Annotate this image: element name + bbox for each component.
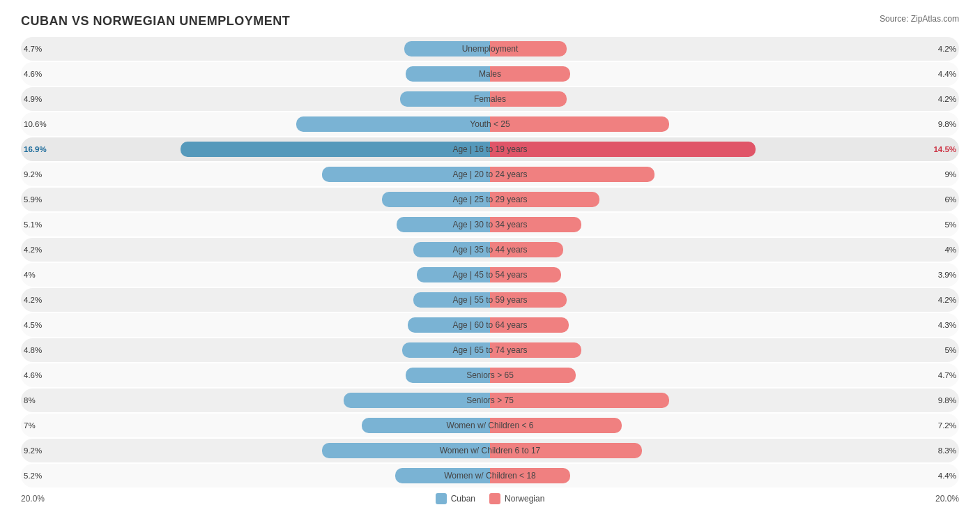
bar-pink (490, 66, 570, 82)
bar-row: 5.9% Age | 25 to 29 years 6% (21, 188, 959, 211)
bar-blue (382, 192, 490, 207)
bar-pink (490, 418, 622, 433)
bar-pink (490, 317, 569, 333)
right-section: 8.3% (490, 441, 959, 460)
left-section: 5.1% (21, 215, 490, 234)
bar-blue (406, 368, 490, 383)
value-right: 4.7% (938, 371, 956, 379)
right-section: 4.2% (490, 290, 959, 310)
bar-pink (490, 217, 581, 232)
chart-body: 4.7% Unemployment 4.2% 4.6% Males 4.4% 4… (21, 37, 959, 488)
bar-row: 4.6% Males 4.4% (21, 62, 959, 86)
value-right: 4.4% (938, 70, 956, 78)
bar-pink (490, 167, 654, 182)
bar-pink (490, 41, 567, 56)
value-right: 14.5% (933, 145, 956, 153)
bar-row: 9.2% Age | 20 to 24 years 9% (21, 163, 959, 186)
bar-blue (362, 418, 490, 433)
bar-blue (322, 167, 490, 182)
right-section: 5% (490, 340, 959, 360)
chart-container: CUBAN VS NORWEGIAN UNEMPLOYMENT Source: … (21, 14, 959, 504)
bar-row: 4.8% Age | 65 to 74 years 5% (21, 338, 959, 362)
right-section: 9.8% (490, 391, 959, 410)
bar-blue (402, 342, 490, 358)
legend-label-cuban: Cuban (451, 494, 475, 504)
left-section: 9.2% (21, 165, 490, 184)
value-right: 4.3% (938, 321, 956, 329)
value-left: 4.2% (24, 246, 42, 254)
bar-blue (181, 142, 490, 157)
left-section: 4.6% (21, 365, 490, 385)
bar-row: 8% Seniors > 75 9.8% (21, 389, 959, 412)
value-left: 4.7% (24, 45, 42, 53)
chart-source: Source: ZipAtlas.com (880, 14, 959, 24)
value-left: 10.6% (24, 120, 47, 128)
value-left: 4.5% (24, 321, 42, 329)
value-left: 5.1% (24, 220, 42, 229)
bar-row: 4.5% Age | 60 to 64 years 4.3% (21, 313, 959, 337)
value-right: 9% (944, 170, 956, 179)
bar-row: 16.9% Age | 16 to 19 years 14.5% (21, 137, 959, 161)
value-right: 7.2% (938, 421, 956, 430)
bar-row: 4.2% Age | 55 to 59 years 4.2% (21, 288, 959, 312)
left-section: 4.2% (21, 290, 490, 310)
value-left: 16.9% (24, 145, 47, 153)
right-section: 6% (490, 190, 959, 209)
left-section: 16.9% (21, 139, 490, 159)
value-right: 6% (944, 195, 956, 204)
bar-pink (490, 292, 567, 308)
bar-row: 4% Age | 45 to 54 years 3.9% (21, 263, 959, 287)
bar-blue (417, 267, 490, 282)
value-right: 4.2% (938, 296, 956, 304)
value-left: 9.2% (24, 170, 42, 179)
bar-row: 4.7% Unemployment 4.2% (21, 37, 959, 61)
value-right: 8.3% (938, 446, 956, 455)
value-left: 4.6% (24, 70, 42, 78)
bar-row: 4.2% Age | 35 to 44 years 4% (21, 238, 959, 262)
value-left: 5.9% (24, 195, 42, 204)
bar-pink (490, 267, 561, 282)
left-section: 4.5% (21, 315, 490, 335)
bar-blue (408, 317, 490, 333)
bar-row: 4.9% Females 4.2% (21, 87, 959, 111)
left-section: 4.6% (21, 64, 490, 84)
right-section: 3.9% (490, 265, 959, 285)
right-section: 4.4% (490, 64, 959, 84)
value-left: 5.2% (24, 472, 42, 480)
bar-pink (490, 342, 581, 358)
value-left: 8% (24, 396, 36, 405)
bar-pink (490, 192, 599, 207)
left-section: 4% (21, 265, 490, 285)
value-right: 4.2% (938, 45, 956, 53)
bar-blue (344, 393, 490, 408)
right-section: 4.4% (490, 466, 959, 485)
bar-blue (413, 242, 490, 257)
bar-pink (490, 368, 576, 383)
value-left: 9.2% (24, 446, 42, 455)
bar-row: 10.6% Youth < 25 9.8% (21, 112, 959, 136)
value-right: 4.4% (938, 472, 956, 480)
value-left: 4.9% (24, 95, 42, 103)
bar-blue (296, 116, 490, 132)
legend-box-cuban (436, 493, 447, 504)
chart-footer: 20.0% Cuban Norwegian 20.0% (21, 493, 959, 504)
axis-label-left: 20.0% (21, 494, 45, 504)
value-right: 5% (944, 346, 956, 354)
bar-pink (490, 91, 567, 107)
bar-pink (490, 393, 669, 408)
left-section: 9.2% (21, 441, 490, 460)
value-left: 4.6% (24, 371, 42, 379)
bar-row: 5.1% Age | 30 to 34 years 5% (21, 213, 959, 236)
value-right: 3.9% (938, 271, 956, 279)
bar-blue (395, 468, 490, 483)
left-section: 8% (21, 391, 490, 410)
bar-pink (490, 116, 669, 132)
bar-row: 5.2% Women w/ Children < 18 4.4% (21, 464, 959, 488)
bar-blue (322, 443, 490, 458)
legend: Cuban Norwegian (436, 493, 545, 504)
value-right: 5% (944, 220, 956, 229)
right-section: 4.3% (490, 315, 959, 335)
left-section: 4.8% (21, 340, 490, 360)
value-right: 4.2% (938, 95, 956, 103)
right-section: 14.5% (490, 139, 959, 159)
